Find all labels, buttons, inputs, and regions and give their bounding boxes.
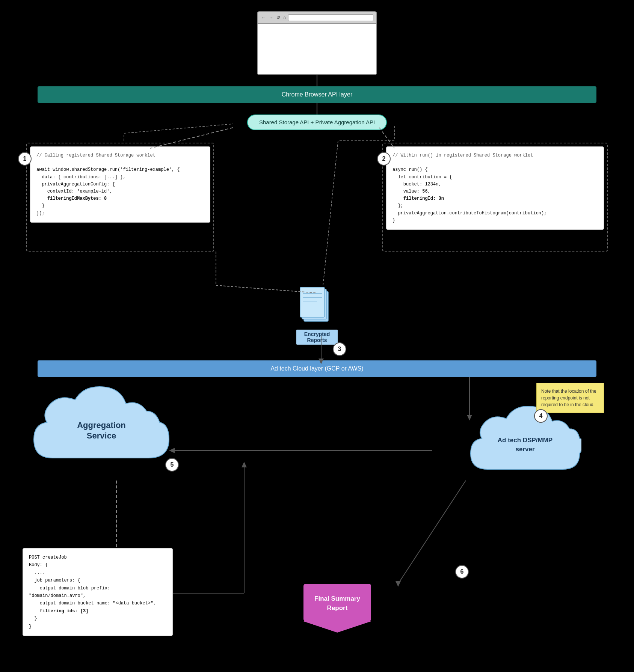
svg-marker-34 [242, 462, 247, 467]
back-button[interactable]: ← [261, 15, 267, 20]
note-box: Note that the location of the reporting … [536, 383, 604, 413]
svg-marker-11 [303, 621, 371, 633]
forward-button[interactable]: → [268, 15, 274, 20]
browser-toolbar: ← → ↺ ⌂ [258, 12, 376, 24]
address-bar[interactable] [288, 14, 373, 21]
encrypted-reports-container: EncryptedReports [296, 285, 338, 345]
diagram-container: ← → ↺ ⌂ Chrome Browser API layer Shared … [0, 0, 634, 672]
svg-text:Aggregation: Aggregation [77, 420, 126, 430]
code-comment-1: // Calling registered Shared Storage wor… [36, 152, 204, 159]
step-5-circle: 5 [165, 458, 179, 472]
svg-text:Service: Service [87, 431, 116, 440]
chrome-api-bar: Chrome Browser API layer [38, 86, 596, 103]
svg-text:Ad tech DSP/MMP: Ad tech DSP/MMP [498, 437, 552, 444]
encrypted-reports-label: EncryptedReports [296, 330, 338, 345]
home-button[interactable]: ⌂ [282, 15, 287, 20]
code-box-2: // Within run() in registered Shared Sto… [386, 146, 604, 230]
note-text: Note that the location of the reporting … [541, 389, 596, 407]
shared-storage-pill: Shared Storage API + Private Aggregation… [247, 115, 387, 130]
shared-storage-label: Shared Storage API + Private Aggregation… [259, 119, 375, 125]
step-4-circle: 4 [534, 409, 548, 423]
svg-line-19 [124, 124, 233, 133]
reload-button[interactable]: ↺ [276, 15, 281, 20]
svg-line-17 [379, 128, 394, 148]
code-content-1: await window.sharedStorage.run('filterin… [36, 166, 204, 217]
final-report-icon: Final Summary Report [303, 584, 371, 633]
post-job-box: POST createJob Body: { .... job_paramete… [23, 548, 173, 636]
svg-rect-2 [300, 287, 325, 317]
svg-line-22 [323, 141, 338, 285]
step-1-circle: 1 [18, 152, 32, 166]
final-report-container: Final Summary Report [303, 584, 371, 634]
svg-text:Report: Report [327, 604, 348, 612]
code-content-2: async run() { let contribution = { bucke… [392, 166, 598, 224]
browser-window: ← → ↺ ⌂ [257, 11, 377, 75]
step-6-circle: 6 [455, 565, 469, 579]
step-2-circle: 2 [377, 152, 391, 166]
svg-text:Final Summary: Final Summary [314, 595, 360, 602]
step-3-circle: 3 [333, 342, 346, 356]
encrypted-reports-icon [296, 285, 338, 327]
code-comment-2: // Within run() in registered Shared Sto… [392, 152, 598, 159]
code-box-1: // Calling registered Shared Storage wor… [30, 146, 210, 223]
browser-content [258, 24, 376, 74]
svg-rect-10 [303, 584, 371, 621]
adtech-bar: Ad tech Cloud layer (GCP or AWS) [38, 360, 596, 377]
chrome-api-label: Chrome Browser API layer [282, 91, 353, 98]
adtech-label: Ad tech Cloud layer (GCP or AWS) [270, 365, 363, 372]
svg-text:server: server [515, 446, 534, 453]
svg-line-30 [398, 481, 466, 584]
post-job-code: POST createJob Body: { .... job_paramete… [29, 554, 166, 630]
aggregation-service-cloud: Aggregation Service [30, 375, 173, 481]
svg-marker-31 [395, 581, 401, 587]
svg-line-16 [150, 128, 233, 148]
